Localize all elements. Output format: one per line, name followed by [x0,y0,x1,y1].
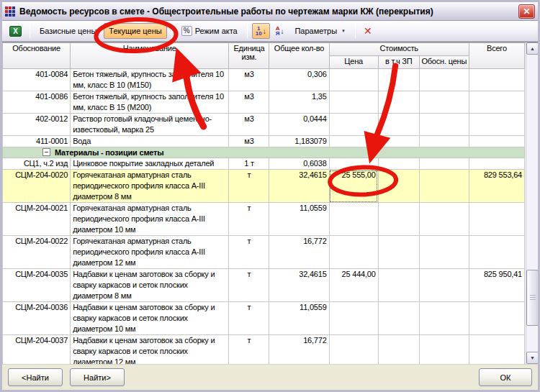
table-row[interactable]: СЦМ-204-0036Надбавки к ценам заготовок з… [3,302,525,335]
cell-zp[interactable] [378,170,419,203]
cell-zp[interactable] [378,203,419,236]
cell-name[interactable]: Надбавки к ценам заготовок за сборку и с… [71,269,229,302]
sort-numeric-button[interactable]: 110 ↓ [252,23,270,39]
cell-unit[interactable]: м3 [229,91,269,114]
cell-qty[interactable]: 1,35 [269,91,329,114]
cell-name[interactable]: Бетон тяжелый, крупность заполнителя 10 … [71,69,229,91]
cell-code[interactable]: СЦМ-204-0022 [3,236,71,269]
cell-unit[interactable]: т [229,236,269,269]
cell-price[interactable] [329,158,378,170]
cell-qty[interactable]: 11,0559 [269,302,329,335]
cell-unit[interactable]: т [229,269,269,302]
table-row[interactable]: 402-0012Раствор готовый кладочный цемент… [3,114,525,136]
cell-basis[interactable] [419,236,469,269]
cell-qty[interactable]: 0,306 [269,69,329,91]
table-row[interactable]: СЦМ-204-0022Горячекатаная арматурная ста… [3,236,525,269]
cell-code[interactable]: СЦМ-204-0035 [3,269,71,302]
cell-price[interactable] [329,69,378,91]
cell-zp[interactable] [378,335,419,365]
table-row[interactable]: СЦМ-204-0037Надбавки к ценам заготовок з… [3,335,525,365]
ok-button[interactable]: ОК [479,368,532,386]
parameters-button[interactable]: Параметры ▼ [289,23,351,39]
cell-unit[interactable]: т [229,203,269,236]
cell-total[interactable]: 829 553,64 [469,170,524,203]
cell-zp[interactable] [378,302,419,335]
cell-name[interactable]: Бетон тяжелый, крупность заполнителя 10 … [71,91,229,114]
cell-qty[interactable]: 0,0444 [269,114,329,136]
cell-code[interactable]: СЦМ-204-0037 [3,335,71,365]
cell-qty[interactable]: 32,4615 [269,170,329,203]
col-header-price[interactable]: Цена [329,56,378,69]
cell-zp[interactable] [378,91,419,114]
cell-unit[interactable]: т [229,170,269,203]
cell-zp[interactable] [378,236,419,269]
cell-price[interactable] [329,91,378,114]
table-row[interactable]: 411-0001Водам31,183079 [3,136,525,147]
cell-code[interactable]: СЦМ-204-0020 [3,170,71,203]
cell-name[interactable]: Горячекатаная арматурная сталь периодиче… [71,236,229,269]
excel-export-button[interactable]: X [6,23,25,39]
cell-unit[interactable]: м3 [229,114,269,136]
cell-unit[interactable]: т [229,302,269,335]
cell-total[interactable] [469,236,524,269]
cell-basis[interactable] [419,302,469,335]
cell-qty[interactable]: 16,772 [269,236,329,269]
table-row[interactable]: СЦ1, ч.2 издЦинковое покрытие закладных … [3,158,525,170]
cell-zp[interactable] [378,158,419,170]
cell-code[interactable]: СЦ1, ч.2 изд [3,158,71,170]
table-row[interactable]: 401-0084Бетон тяжелый, крупность заполни… [3,69,525,91]
cell-basis[interactable] [419,170,469,203]
cell-code[interactable]: СЦМ-204-0021 [3,203,71,236]
cell-name[interactable]: Вода [71,136,229,147]
table-row[interactable]: СЦМ-204-0021Горячекатаная арматурная ста… [3,203,525,236]
table-row[interactable]: СЦМ-204-0035Надбавки к ценам заготовок з… [3,269,525,302]
cell-qty[interactable]: 11,0559 [269,203,329,236]
cell-total[interactable] [469,203,524,236]
cell-price[interactable]: 25 444,00 [329,269,378,302]
cell-zp[interactable] [378,114,419,136]
cell-code[interactable]: 401-0086 [3,91,71,114]
sort-alpha-button[interactable]: АЯ ↓ [272,23,288,39]
close-button[interactable]: ✕ [518,4,535,19]
scroll-up-button[interactable]: ▲ [526,42,538,55]
group-row[interactable]: −Материалы - позиции сметы [3,147,525,158]
cell-total[interactable] [469,91,524,114]
cell-zp[interactable] [378,69,419,91]
cell-basis[interactable] [419,158,469,170]
col-header-total[interactable]: Всего [469,43,524,69]
cell-price[interactable] [329,335,378,365]
cell-price[interactable] [329,203,378,236]
cell-name[interactable]: Надбавки к ценам заготовок за сборку и с… [71,302,229,335]
scroll-down-button[interactable]: ▼ [526,352,538,364]
table-row[interactable]: 401-0086Бетон тяжелый, крупность заполни… [3,91,525,114]
cell-name[interactable]: Надбавки к ценам заготовок за сборку и с… [71,335,229,365]
cell-total[interactable] [469,302,524,335]
cell-qty[interactable]: 1,183079 [269,136,329,147]
table-row[interactable]: СЦМ-204-0020Горячекатаная арматурная ста… [3,170,525,203]
cell-code[interactable]: 402-0012 [3,114,71,136]
cell-basis[interactable] [419,136,469,147]
cell-total[interactable]: 825 950,41 [469,269,524,302]
cell-total[interactable] [469,335,524,365]
scroll-thumb[interactable] [526,270,538,326]
cell-total[interactable] [469,69,524,91]
cell-total[interactable] [469,136,524,147]
current-prices-button[interactable]: Текущие цены [104,23,166,39]
cell-name[interactable]: Горячекатаная арматурная сталь периодиче… [71,170,229,203]
cell-zp[interactable] [378,269,419,302]
cell-unit[interactable]: т [229,335,269,365]
cell-basis[interactable] [419,114,469,136]
collapse-minus-icon[interactable]: − [42,148,50,156]
cell-qty[interactable]: 16,772 [269,335,329,365]
col-header-basis[interactable]: Обосн. цены [419,56,469,69]
col-header-qty[interactable]: Общее кол-во [269,43,329,69]
price-focus-cell[interactable]: 25 555,00 [329,170,378,203]
cell-qty[interactable]: 32,4615 [269,269,329,302]
cell-name[interactable]: Раствор готовый кладочный цементно-извес… [71,114,229,136]
group-cell[interactable]: −Материалы - позиции сметы [3,147,525,158]
vertical-scrollbar[interactable]: ▲ ▼ [526,42,538,364]
cell-code[interactable]: СЦМ-204-0036 [3,302,71,335]
cell-total[interactable] [469,158,524,170]
cell-total[interactable] [469,114,524,136]
col-header-unit[interactable]: Единица изм. [229,43,269,69]
